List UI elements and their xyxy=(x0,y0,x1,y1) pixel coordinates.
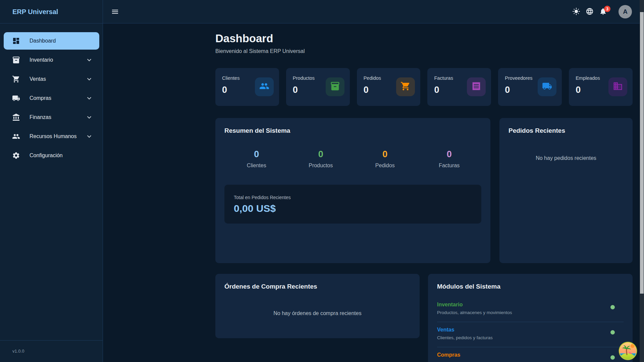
sidebar-item-configuracion[interactable]: Configuración xyxy=(4,147,99,164)
notification-badge: 3 xyxy=(604,6,610,12)
resumen-stat-label: Clientes xyxy=(224,163,289,169)
modulos-title: Módulos del Sistema xyxy=(437,283,624,290)
stat-icon-tile xyxy=(467,77,486,96)
resumen-stats: 0 Clientes 0 Productos 0 Pedidos 0 Factu… xyxy=(224,149,481,169)
avatar[interactable]: A xyxy=(619,5,632,18)
resumen-stat-label: Facturas xyxy=(417,163,482,169)
app-logo: ERP Universal xyxy=(0,0,103,23)
bank-icon xyxy=(12,113,20,121)
topbar-actions: 3 A xyxy=(570,0,632,23)
sidebar-footer: v1.0.0 xyxy=(0,340,103,362)
status-dot xyxy=(610,330,615,335)
scrollbar-thumb[interactable] xyxy=(640,12,644,294)
sidebar-item-label: Configuración xyxy=(30,153,93,159)
island-widget[interactable] xyxy=(618,341,638,361)
stat-card-clientes: Clientes 0 xyxy=(215,68,279,106)
resumen-stat-value: 0 xyxy=(224,149,289,160)
resumen-stat-label: Pedidos xyxy=(353,163,417,169)
resumen-stat-label: Productos xyxy=(289,163,353,169)
resumen-stat-facturas: 0 Facturas xyxy=(417,149,482,169)
page-subtitle: Bienvenido al Sistema ERP Universal xyxy=(215,48,305,54)
ordenes-compra-title: Órdenes de Compra Recientes xyxy=(224,283,411,290)
inventory-icon xyxy=(330,81,340,93)
sidebar-item-ventas[interactable]: Ventas xyxy=(4,70,99,88)
resumen-stat-value: 0 xyxy=(353,149,417,160)
cart-icon xyxy=(400,81,411,93)
sidebar-item-recursos-humanos[interactable]: Recursos Humanos xyxy=(4,128,99,145)
main-content: Dashboard Bienvenido al Sistema ERP Univ… xyxy=(103,23,640,362)
globe-icon xyxy=(586,7,594,16)
modulo-name: Compras xyxy=(437,352,624,358)
stat-cards-row: Clientes 0 Productos 0 Pedidos 0 xyxy=(215,68,633,106)
stat-icon-tile xyxy=(255,77,274,96)
resumen-stat-value: 0 xyxy=(289,149,353,160)
chevron-down-icon xyxy=(85,94,93,102)
pedidos-recientes-empty-message: No hay pedidos recientes xyxy=(508,155,624,161)
stat-card-productos: Productos 0 xyxy=(286,68,350,106)
status-dot xyxy=(610,305,615,309)
resumen-title: Resumen del Sistema xyxy=(224,127,481,134)
chevron-down-icon xyxy=(85,132,93,140)
chevron-down-icon xyxy=(85,75,93,83)
sidebar-item-dashboard[interactable]: Dashboard xyxy=(4,32,99,50)
modulo-name: Inventario xyxy=(437,302,624,308)
total-pedidos-box: Total en Pedidos Recientes 0,00 US$ xyxy=(224,185,481,224)
modulo-description: Clientes, pedidos y facturas xyxy=(437,335,624,341)
receipt-icon xyxy=(471,81,481,93)
pedidos-recientes-title: Pedidos Recientes xyxy=(508,127,624,134)
sidebar-nav: Dashboard Inventario Ventas Compra xyxy=(0,23,103,164)
resumen-stat-pedidos: 0 Pedidos xyxy=(353,149,417,169)
dashboard-icon xyxy=(12,37,20,45)
ordenes-compra-card: Órdenes de Compra Recientes No hay órden… xyxy=(215,274,420,338)
chevron-down-icon xyxy=(85,56,93,64)
resumen-card: Resumen del Sistema 0 Clientes 0 Product… xyxy=(215,118,490,263)
menu-toggle-button[interactable] xyxy=(111,8,119,16)
modulo-row-inventario[interactable]: Inventario Productos, almacenes y movimi… xyxy=(437,297,624,322)
sidebar-item-label: Inventario xyxy=(30,57,85,63)
modulo-description: Productos, almacenes y movimientos xyxy=(437,310,624,315)
resumen-stat-value: 0 xyxy=(417,149,482,160)
sidebar-item-inventario[interactable]: Inventario xyxy=(4,51,99,69)
language-button[interactable] xyxy=(583,5,596,18)
inventory-icon xyxy=(12,56,20,64)
truck-icon xyxy=(12,94,20,102)
truck-icon xyxy=(542,81,552,93)
gear-icon xyxy=(12,152,20,160)
page-title: Dashboard xyxy=(215,32,273,45)
modulo-row-compras[interactable]: Compras xyxy=(437,347,624,362)
stat-icon-tile xyxy=(608,77,627,96)
stat-card-empleados: Empleados 0 xyxy=(569,68,633,106)
resumen-stat-productos: 0 Productos xyxy=(289,149,353,169)
notifications-button[interactable]: 3 xyxy=(596,5,610,18)
stat-icon-tile xyxy=(538,77,556,96)
page-scrollbar xyxy=(640,0,644,362)
modulos-list: Inventario Productos, almacenes y movimi… xyxy=(437,297,624,362)
pedidos-recientes-card: Pedidos Recientes No hay pedidos recient… xyxy=(499,118,633,263)
cart-icon xyxy=(12,75,20,83)
resumen-stat-clientes: 0 Clientes xyxy=(224,149,289,169)
modulo-name: Ventas xyxy=(437,327,624,333)
sidebar-item-label: Dashboard xyxy=(30,38,93,44)
app-version: v1.0.0 xyxy=(12,349,24,354)
sidebar-item-finanzas[interactable]: Finanzas xyxy=(4,109,99,126)
hamburger-icon xyxy=(111,12,119,17)
stat-card-pedidos: Pedidos 0 xyxy=(357,68,421,106)
stat-card-proveedores: Proveedores 0 xyxy=(498,68,562,106)
building-icon xyxy=(613,81,623,93)
sidebar: ERP Universal Dashboard Inventario Venta… xyxy=(0,0,103,362)
island-emoji-icon xyxy=(618,356,638,362)
total-pedidos-label: Total en Pedidos Recientes xyxy=(234,195,472,200)
modulo-row-ventas[interactable]: Ventas Clientes, pedidos y facturas xyxy=(437,322,624,347)
sun-icon xyxy=(572,7,580,16)
sidebar-item-compras[interactable]: Compras xyxy=(4,89,99,107)
stat-icon-tile xyxy=(396,77,415,96)
stat-card-facturas: Facturas 0 xyxy=(427,68,491,106)
modulos-card: Módulos del Sistema Inventario Productos… xyxy=(428,274,633,362)
status-dot xyxy=(610,355,615,360)
stat-icon-tile xyxy=(326,77,344,96)
total-pedidos-value: 0,00 US$ xyxy=(234,203,472,214)
people-icon xyxy=(259,81,269,93)
sidebar-item-label: Ventas xyxy=(30,76,85,82)
theme-toggle-button[interactable] xyxy=(570,5,583,18)
ordenes-compra-empty-message: No hay órdenes de compra recientes xyxy=(224,310,411,316)
